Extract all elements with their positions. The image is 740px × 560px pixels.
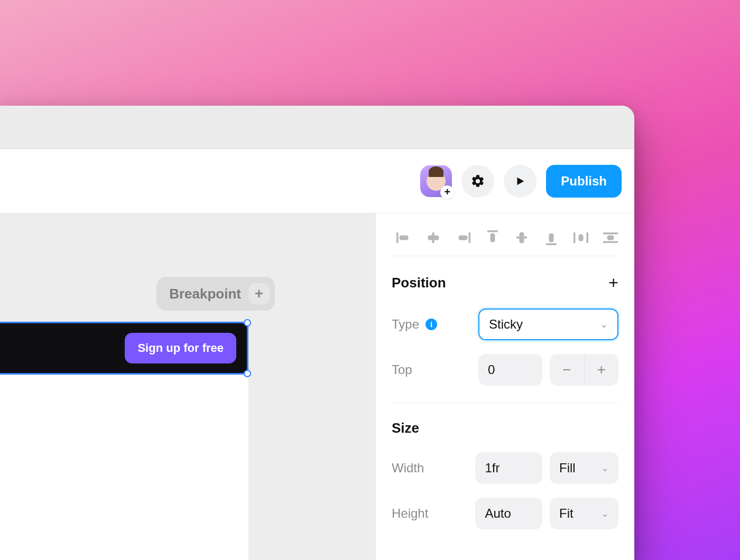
type-label: Type i	[392, 317, 471, 332]
align-bottom-icon[interactable]	[543, 229, 559, 246]
svg-rect-10	[546, 244, 557, 245]
add-position-button[interactable]: +	[608, 273, 618, 293]
svg-rect-11	[549, 234, 553, 242]
distribute-v-icon[interactable]	[603, 229, 618, 246]
align-top-icon[interactable]	[485, 229, 501, 246]
preview-button[interactable]	[504, 165, 536, 198]
alignment-row	[392, 226, 618, 256]
width-mode-select[interactable]: Fill ⌄	[550, 452, 618, 484]
width-input[interactable]: 1fr	[475, 452, 542, 484]
svg-rect-16	[603, 241, 618, 243]
type-select[interactable]: Sticky ⌄	[478, 309, 618, 340]
align-left-icon[interactable]	[396, 229, 412, 246]
svg-rect-9	[520, 232, 524, 243]
decrement-button[interactable]: −	[550, 354, 585, 386]
type-row: Type i Sticky ⌄	[392, 305, 618, 343]
height-row: Height Auto Fit ⌄	[392, 494, 618, 533]
align-right-icon[interactable]	[455, 229, 471, 246]
width-row: Width 1fr Fill ⌄	[392, 449, 618, 487]
top-input[interactable]: 0	[478, 354, 542, 386]
content-area: Breakpoint + Sign up for free	[0, 213, 634, 560]
play-icon	[514, 175, 526, 187]
position-section-header: Position +	[392, 264, 618, 298]
settings-button[interactable]	[461, 165, 494, 198]
svg-rect-0	[396, 232, 398, 243]
size-section-header: Size	[392, 417, 618, 442]
height-mode-value: Fit	[559, 506, 574, 521]
add-user-icon[interactable]: +	[440, 185, 454, 199]
design-canvas[interactable]: Breakpoint + Sign up for free	[0, 213, 375, 560]
selection-handle-icon[interactable]	[244, 370, 251, 377]
svg-rect-1	[400, 236, 408, 240]
inspector-panel: Position + Type i Sticky ⌄ Top 0 − +	[375, 213, 634, 560]
align-center-h-icon[interactable]	[426, 229, 441, 246]
chevron-down-icon: ⌄	[601, 462, 609, 474]
chevron-down-icon: ⌄	[600, 319, 608, 330]
publish-button[interactable]: Publish	[546, 165, 622, 198]
top-row: Top 0 − +	[392, 351, 618, 389]
svg-rect-12	[574, 232, 575, 243]
info-icon[interactable]: i	[426, 319, 437, 330]
avatar-button[interactable]: +	[420, 165, 452, 197]
app-window: + Publish Breakpoint + Sign up for free	[0, 106, 634, 560]
svg-rect-7	[491, 234, 495, 242]
svg-rect-6	[487, 230, 498, 232]
position-title: Position	[392, 275, 446, 291]
svg-rect-5	[459, 236, 467, 240]
svg-rect-15	[603, 232, 618, 234]
svg-rect-3	[428, 236, 439, 240]
svg-rect-13	[587, 232, 588, 243]
topbar: + Publish	[0, 149, 634, 213]
svg-rect-4	[469, 232, 470, 243]
breakpoint-chip[interactable]: Breakpoint +	[156, 277, 275, 311]
breakpoint-label: Breakpoint	[169, 286, 241, 302]
width-mode-value: Fill	[559, 461, 576, 475]
top-label: Top	[392, 362, 471, 377]
signup-button[interactable]: Sign up for free	[125, 333, 236, 363]
height-label: Height	[392, 506, 468, 521]
height-input[interactable]: Auto	[475, 498, 542, 529]
increment-button[interactable]: +	[585, 354, 619, 386]
height-mode-select[interactable]: Fit ⌄	[550, 498, 618, 529]
selected-navbar-frame[interactable]: Sign up for free	[0, 322, 248, 375]
distribute-h-icon[interactable]	[573, 229, 589, 246]
type-value: Sticky	[489, 317, 523, 332]
svg-rect-17	[607, 236, 614, 240]
top-stepper: − +	[550, 354, 618, 386]
size-title: Size	[392, 420, 419, 436]
width-label: Width	[392, 461, 468, 475]
selection-handle-icon[interactable]	[244, 319, 251, 326]
artboard-body	[0, 375, 248, 560]
divider	[392, 403, 618, 403]
gear-icon	[470, 174, 485, 189]
window-titlebar	[0, 106, 634, 149]
svg-rect-14	[579, 235, 583, 241]
add-breakpoint-button[interactable]: +	[248, 283, 270, 304]
chevron-down-icon: ⌄	[601, 508, 609, 519]
align-center-v-icon[interactable]	[514, 229, 530, 246]
